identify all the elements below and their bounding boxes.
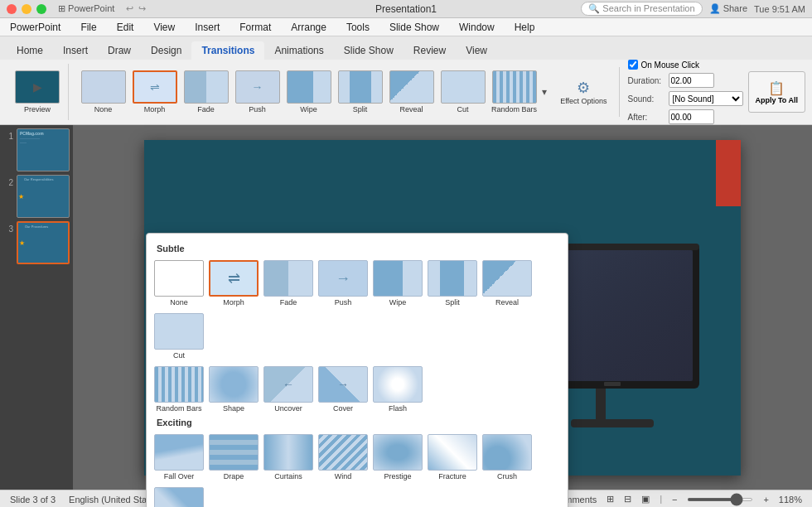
minimize-button[interactable] — [22, 4, 31, 14]
dp-random-bars[interactable]: Random Bars — [153, 365, 205, 414]
main-area: 1 PCMag.com ———————— 2 ★ Our Responsibil… — [0, 125, 812, 490]
slide-item-3: 3 ★ Our Procedures — [3, 221, 70, 264]
tab-design[interactable]: Design — [141, 41, 191, 60]
menu-arrange[interactable]: Arrange — [288, 20, 330, 35]
menubar: PowerPoint File Edit View Insert Format … — [0, 18, 812, 36]
tab-transitions[interactable]: Transitions — [191, 41, 264, 60]
tab-review[interactable]: Review — [404, 41, 456, 60]
transition-reveal[interactable]: Reveal — [388, 70, 436, 113]
slide-number-3: 3 — [3, 225, 13, 234]
transition-random-bars[interactable]: Random Bars — [491, 70, 539, 113]
effect-options-button[interactable]: ⚙ Effect Options — [557, 75, 610, 109]
dp-cut[interactable]: Cut — [153, 311, 205, 361]
menu-insert[interactable]: Insert — [191, 20, 223, 35]
tab-draw[interactable]: Draw — [98, 41, 141, 60]
transition-wipe[interactable]: Wipe — [285, 70, 333, 113]
sound-select[interactable]: [No Sound] — [669, 91, 743, 106]
undo-icon[interactable]: ↩ — [126, 3, 133, 14]
dp-drape[interactable]: Drape — [208, 432, 259, 482]
ribbon-timing-options: On Mouse Click Duration: Sound: [No Soun… — [628, 60, 743, 124]
slide-thumb-1[interactable]: PCMag.com ———————— — [17, 128, 70, 171]
dp-fade[interactable]: Fade — [263, 258, 314, 308]
tab-animations[interactable]: Animations — [264, 41, 333, 60]
slide-panel: 1 PCMag.com ———————— 2 ★ Our Responsibil… — [0, 125, 73, 490]
transition-split[interactable]: Split — [336, 70, 384, 113]
exciting-grid-1: Fall Over Drape Curtains Wind Prestige — [153, 432, 561, 507]
transitions-expand-button[interactable]: ▾ — [542, 86, 547, 98]
menu-window[interactable]: Window — [456, 20, 498, 35]
tab-home[interactable]: Home — [7, 41, 53, 60]
dp-wipe[interactable]: Wipe — [372, 258, 423, 308]
apply-all-button[interactable]: 📋 Apply To All — [748, 71, 806, 113]
tab-view[interactable]: View — [456, 41, 497, 60]
zoom-slider[interactable] — [687, 498, 753, 501]
dp-fracture[interactable]: Fracture — [427, 432, 478, 482]
tab-slideshow[interactable]: Slide Show — [334, 41, 404, 60]
menu-powerpoint[interactable]: PowerPoint — [7, 20, 64, 35]
slide-number-2: 2 — [3, 178, 13, 187]
dp-crush[interactable]: Crush — [481, 432, 533, 482]
dp-split[interactable]: Split — [427, 258, 478, 308]
slide-thumb-3[interactable]: ★ Our Procedures — [17, 221, 70, 264]
menu-view[interactable]: View — [150, 20, 178, 35]
transition-none[interactable]: None — [80, 70, 128, 113]
app-name: ⊞ PowerPoint — [58, 3, 114, 14]
preview-button[interactable]: ▶ Preview — [13, 70, 61, 113]
ribbon-right-controls: ⚙ Effect Options On Mouse Click Duration… — [557, 60, 805, 124]
dp-none[interactable]: None — [153, 258, 205, 308]
menu-format[interactable]: Format — [236, 20, 274, 35]
view-presenter-icon[interactable]: ▣ — [641, 494, 650, 505]
ribbon: Home Insert Draw Design Transitions Anim… — [0, 36, 812, 125]
dp-curtains[interactable]: Curtains — [263, 432, 314, 482]
dp-peeloff[interactable]: Peel Off — [153, 485, 205, 507]
on-mouse-click-checkbox[interactable] — [628, 60, 638, 70]
after-label: After: — [628, 113, 665, 122]
after-input[interactable] — [669, 109, 714, 124]
slide-star-2: ★ — [18, 193, 24, 200]
ribbon-content: ▶ Preview None ⇌ Morph — [0, 60, 812, 124]
transition-fade[interactable]: Fade — [182, 70, 230, 113]
dp-flash[interactable]: Flash — [372, 365, 423, 414]
transition-push[interactable]: → Push — [234, 70, 282, 113]
menu-edit[interactable]: Edit — [114, 20, 138, 35]
menu-slideshow[interactable]: Slide Show — [386, 20, 442, 35]
maximize-button[interactable] — [36, 4, 46, 14]
tab-insert[interactable]: Insert — [53, 41, 98, 60]
dp-reveal[interactable]: Reveal — [481, 258, 533, 308]
dp-fallover[interactable]: Fall Over — [153, 432, 205, 482]
duration-label: Duration: — [628, 76, 665, 85]
sound-label: Sound: — [628, 94, 665, 104]
on-mouse-click-label: On Mouse Click — [641, 60, 700, 70]
view-grid-icon[interactable]: ⊟ — [624, 494, 631, 505]
menu-tools[interactable]: Tools — [343, 20, 373, 35]
menu-help[interactable]: Help — [511, 20, 539, 35]
view-normal-icon[interactable]: ⊞ — [607, 494, 614, 505]
minus-icon[interactable]: − — [672, 495, 677, 505]
dp-prestige[interactable]: Prestige — [372, 432, 423, 482]
duration-input[interactable] — [669, 73, 714, 88]
dp-shape[interactable]: Shape — [208, 365, 259, 414]
slide-thumb-2[interactable]: ★ Our Responsibilities — [17, 175, 70, 218]
close-button[interactable] — [7, 4, 17, 14]
dp-cover[interactable]: → Cover — [317, 365, 369, 414]
zoom-value: 118% — [779, 495, 802, 505]
menu-file[interactable]: File — [77, 20, 99, 35]
share-button[interactable]: 👤 Share — [709, 3, 747, 14]
slide-item-2: 2 ★ Our Responsibilities — [3, 175, 70, 218]
search-box[interactable]: 🔍 Search in Presentation — [581, 2, 702, 16]
dropdown-panel: Subtle None ⇌ Morph Fade — [146, 233, 568, 507]
slide-info: Slide 3 of 3 — [10, 495, 56, 505]
dp-uncover[interactable]: ← Uncover — [263, 365, 314, 414]
dp-morph[interactable]: ⇌ Morph — [208, 258, 259, 308]
dp-wind[interactable]: Wind — [317, 432, 369, 482]
transition-morph[interactable]: ⇌ Morph — [131, 70, 179, 113]
dp-push[interactable]: → Push — [317, 258, 369, 308]
transition-cut[interactable]: Cut — [439, 70, 487, 113]
clock: Tue 9:51 AM — [754, 4, 805, 14]
titlebar-right: 🔍 Search in Presentation 👤 Share Tue 9:5… — [581, 2, 805, 16]
slide-red-bar — [716, 140, 741, 206]
redo-icon[interactable]: ↪ — [138, 3, 146, 14]
plus-icon[interactable]: + — [763, 495, 768, 505]
subtle-section-label: Subtle — [157, 244, 561, 254]
ribbon-group-preview: ▶ Preview — [7, 64, 69, 120]
